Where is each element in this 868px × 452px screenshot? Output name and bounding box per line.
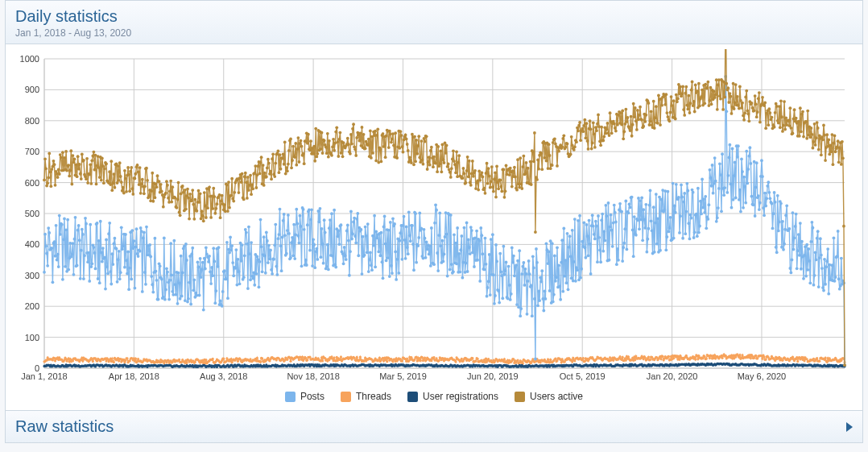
svg-point-3102	[204, 205, 207, 208]
svg-point-2429	[440, 239, 444, 243]
svg-point-2853	[796, 249, 800, 252]
legend-item-posts[interactable]: Posts	[285, 391, 324, 402]
svg-point-2884	[822, 289, 825, 292]
svg-point-3478	[519, 156, 522, 160]
chart-legend: PostsThreadsUser registrationsUsers acti…	[9, 388, 859, 408]
svg-point-2763	[721, 152, 724, 156]
svg-point-359	[308, 356, 311, 359]
svg-point-2730	[693, 230, 696, 234]
svg-point-3248	[326, 132, 329, 135]
svg-point-3317	[384, 156, 387, 159]
svg-point-3276	[349, 133, 353, 136]
svg-point-2719	[684, 232, 687, 235]
legend-item-user-registrations[interactable]: User registrations	[407, 391, 498, 402]
svg-point-2705	[672, 237, 676, 240]
svg-point-3813	[800, 130, 803, 133]
svg-point-3828	[812, 140, 816, 143]
svg-point-3569	[595, 129, 598, 132]
svg-point-2975	[97, 166, 101, 169]
svg-point-2699	[668, 230, 671, 234]
svg-point-2930	[60, 156, 63, 159]
svg-point-491	[420, 359, 422, 362]
daily-statistics-chart[interactable]: 01002003004005006007008009001000Jan 1, 2…	[9, 49, 853, 388]
svg-point-2043	[118, 250, 121, 253]
svg-point-3658	[670, 95, 673, 98]
svg-point-2361	[384, 243, 387, 246]
svg-point-2645	[622, 246, 625, 249]
svg-point-3366	[425, 135, 428, 138]
svg-point-2873	[813, 274, 816, 277]
svg-point-2787	[741, 170, 744, 173]
svg-point-1960	[48, 231, 51, 234]
svg-point-2587	[573, 218, 577, 221]
svg-point-3235	[315, 156, 318, 159]
svg-point-2573	[561, 290, 564, 293]
svg-point-3000	[118, 161, 122, 164]
svg-point-2226	[271, 272, 274, 276]
legend-swatch	[515, 392, 525, 402]
svg-point-2533	[528, 272, 531, 276]
svg-point-3659	[671, 104, 674, 107]
svg-point-2024	[101, 247, 105, 250]
legend-item-users-active[interactable]: Users active	[515, 391, 583, 402]
svg-point-2468	[473, 236, 477, 239]
svg-point-2336	[363, 254, 366, 257]
svg-point-2289	[324, 231, 327, 234]
svg-point-3384	[440, 170, 443, 173]
svg-point-2126	[187, 297, 190, 301]
svg-point-2271	[308, 249, 312, 252]
svg-text:Jun 20, 2019: Jun 20, 2019	[467, 371, 519, 381]
svg-point-2865	[806, 268, 809, 272]
svg-point-2237	[280, 269, 283, 272]
svg-point-3587	[610, 131, 614, 135]
svg-point-3219	[302, 152, 305, 156]
svg-point-2018	[97, 277, 100, 280]
svg-point-3058	[167, 197, 170, 200]
svg-point-675	[573, 359, 576, 362]
svg-point-3710	[713, 96, 717, 99]
svg-point-3788	[779, 126, 782, 129]
svg-point-3621	[639, 106, 642, 109]
svg-point-1995	[77, 224, 81, 227]
svg-point-2803	[754, 186, 758, 189]
svg-point-3006	[123, 169, 126, 172]
svg-point-2888	[825, 259, 829, 263]
svg-point-2964	[88, 173, 91, 176]
svg-point-3466	[509, 167, 512, 170]
svg-point-2325	[353, 234, 357, 238]
svg-point-2569	[558, 285, 561, 288]
svg-point-2434	[445, 233, 448, 236]
svg-point-2105	[169, 242, 172, 245]
svg-point-2253	[293, 257, 296, 260]
svg-point-3562	[589, 127, 593, 131]
svg-point-2035	[110, 252, 114, 255]
svg-point-2651	[627, 211, 630, 214]
svg-point-2843	[787, 227, 791, 230]
svg-point-2621	[601, 250, 605, 253]
svg-point-2870	[811, 221, 814, 224]
svg-point-3640	[655, 105, 658, 108]
svg-point-3307	[375, 134, 378, 137]
svg-point-2743	[704, 195, 707, 198]
svg-point-2677	[649, 189, 652, 193]
svg-point-3452	[497, 187, 500, 190]
svg-point-2529	[525, 272, 528, 276]
svg-point-2683	[654, 222, 657, 225]
svg-point-875	[741, 354, 743, 356]
svg-point-2015	[94, 267, 97, 271]
svg-point-793	[672, 357, 675, 359]
svg-point-2762	[720, 209, 723, 213]
raw-statistics-toggle[interactable]: Raw statistics	[5, 411, 863, 443]
svg-point-185	[163, 362, 165, 364]
svg-point-2072	[142, 237, 145, 240]
svg-point-2952	[78, 163, 81, 166]
svg-point-2366	[388, 275, 391, 278]
svg-point-3694	[700, 95, 703, 98]
svg-point-763	[647, 356, 650, 359]
svg-point-2245	[287, 214, 290, 217]
svg-point-3514	[549, 167, 552, 170]
legend-item-threads[interactable]: Threads	[341, 391, 391, 402]
svg-point-3581	[606, 128, 609, 131]
svg-point-3601	[622, 137, 625, 140]
svg-point-3787	[778, 105, 781, 108]
